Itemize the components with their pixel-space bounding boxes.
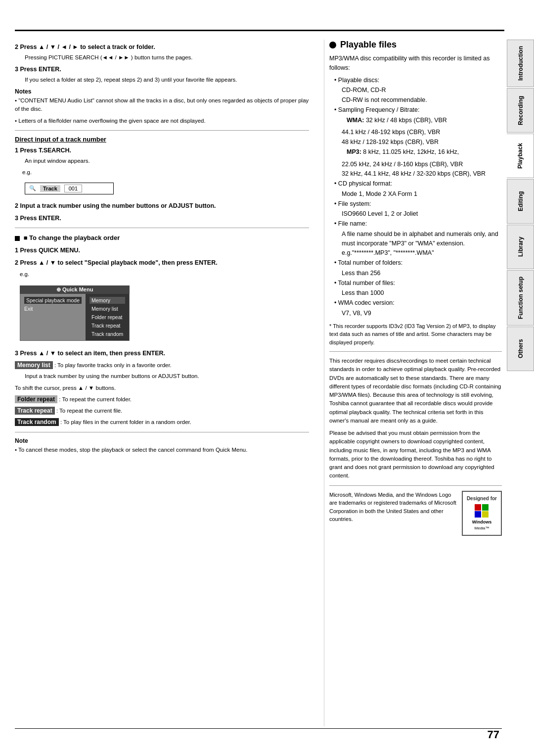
quick-menu-header: ⊕ Quick Menu xyxy=(20,285,130,294)
total-folders-label: • Total number of folders: xyxy=(334,258,502,268)
windows-text: Windows xyxy=(467,519,497,525)
qm-folder-repeat: Folder repeat xyxy=(89,314,125,321)
quick-menu-right: Memory Memory list Folder repeat Track r… xyxy=(86,294,129,340)
sidebar-tab-editing[interactable]: Editing xyxy=(507,179,534,224)
page-container: Introduction Recording Playback Editing … xyxy=(0,0,534,756)
info-para-2: Please be advised that you must obtain p… xyxy=(329,429,502,480)
mp3-label: MP3: 8 kHz, 11.025 kHz, 12kHz, 16 kHz, xyxy=(347,147,502,157)
wma-codec-label: • WMA codec version: xyxy=(334,298,502,308)
playable-files-title: Playable files xyxy=(340,40,397,50)
total-folders-val: Less than 256 xyxy=(342,269,502,278)
direct-step2-heading: 2 Input a track number using the number … xyxy=(15,201,309,211)
main-content: 2 Press ▲ / ▼ / ◄ / ► to select a track … xyxy=(15,40,502,726)
direct-input-heading: Direct input of a track number xyxy=(15,136,309,143)
divider-1 xyxy=(15,130,309,131)
qm-track-random: Track random xyxy=(89,331,125,337)
file-name-label: • File name: xyxy=(334,219,502,229)
divider-2 xyxy=(15,228,309,228)
right-sidebar: Introduction Recording Playback Editing … xyxy=(507,40,534,371)
bottom-info-text: Microsoft, Windows Media, and the Window… xyxy=(329,491,457,523)
memory-list-body: Input a track number by using the number… xyxy=(25,372,309,380)
bottom-note-title: Note xyxy=(15,437,309,444)
sidebar-tab-playback[interactable]: Playback xyxy=(507,134,534,178)
track-repeat-row: Track repeat : To repeat the current fil… xyxy=(15,406,309,415)
folder-repeat-label: Folder repeat xyxy=(15,395,57,403)
direct-step1-body: An input window appears. xyxy=(25,157,309,165)
bullet-circle-icon xyxy=(329,42,336,48)
sidebar-tab-others[interactable]: Others xyxy=(507,327,534,371)
sidebar-tab-introduction[interactable]: Introduction xyxy=(507,40,534,87)
change-step2: 2 Press ▲ / ▼ to select "Special playbac… xyxy=(15,258,309,268)
pf-footnote: * This recorder supports ID3v2 (ID3 Tag … xyxy=(329,322,502,347)
wma-item-3: 48 kHz / 128-192 kbps (CBR), VBR xyxy=(342,138,502,147)
playable-files-content: MP3/WMA disc compatibility with this rec… xyxy=(329,54,502,536)
qm-memory-list: Memory list xyxy=(89,305,125,312)
square-bullet-icon xyxy=(15,236,20,241)
track-input-box: 🔍 Track 001 xyxy=(25,183,114,194)
note-item-1: • "CONTENT MENU Audio List" cannot show … xyxy=(15,96,309,114)
sidebar-tab-recording[interactable]: Recording xyxy=(507,88,534,133)
cd-format-val: Mode 1, Mode 2 XA Form 1 xyxy=(342,189,502,199)
direct-step3-heading: 3 Press ENTER. xyxy=(15,214,309,223)
bottom-info-row: Microsoft, Windows Media, and the Window… xyxy=(329,491,502,536)
wma-label: WMA: 32 kHz / 48 kbps (CBR), VBR xyxy=(347,116,502,125)
divider-3 xyxy=(15,432,309,432)
windows-logo-box: Designed for Windows Media™ xyxy=(462,491,502,536)
shift-cursor: To shift the cursor, press ▲ / ▼ buttons… xyxy=(15,384,309,392)
qm-special-playback: Special playback mode xyxy=(24,297,82,304)
flag-yellow xyxy=(482,511,489,518)
track-number: 001 xyxy=(64,185,82,192)
step3-heading: 3 Press ENTER. xyxy=(15,65,309,74)
eg1-label: e.g. xyxy=(22,168,309,176)
disc-2: CD-RW is not recommendable. xyxy=(342,95,502,105)
cd-format-label: • CD physical format: xyxy=(334,179,502,189)
file-system-label: • File system: xyxy=(334,199,502,209)
mp3-item-3: 32 kHz, 44.1 kHz, 48 kHz / 32-320 kbps (… xyxy=(342,169,502,179)
quick-menu-box: ⊕ Quick Menu Special playback mode Exit … xyxy=(20,285,130,341)
change-playback-heading: ■ To change the playback order xyxy=(15,233,309,243)
total-files-label: • Total number of files: xyxy=(334,279,502,288)
disc-1: CD-ROM, CD-R xyxy=(342,86,502,95)
file-name-body2: e.g."********.MP3", "********.WMA" xyxy=(342,248,502,258)
qm-exit: Exit xyxy=(24,305,82,312)
wma-item-2: 44.1 kHz / 48-192 kbps (CBR), VBR xyxy=(342,128,502,137)
eg2-label: e.g. xyxy=(20,270,309,278)
divider-right-2 xyxy=(329,485,502,486)
flag-red xyxy=(475,504,481,511)
designed-for-text: Designed for xyxy=(467,495,497,503)
track-random-label: Track random xyxy=(15,418,59,426)
sidebar-tab-library[interactable]: Library xyxy=(507,225,534,269)
direct-step1-heading: 1 Press T.SEARCH. xyxy=(15,146,309,155)
info-para-1: This recorder requires discs/recordings … xyxy=(329,357,502,425)
page-number: 77 xyxy=(488,728,499,741)
track-random-row: Track random : To play files in the curr… xyxy=(15,418,309,426)
step3-body: If you select a folder at step 2), repea… xyxy=(25,76,309,84)
notes-title: Notes xyxy=(15,88,309,95)
windows-flag-icon xyxy=(475,504,489,518)
bottom-note-body: • To cancel these modes, stop the playba… xyxy=(15,446,309,454)
change-step1: 1 Press QUICK MENU. xyxy=(15,246,309,255)
flag-blue xyxy=(475,511,481,518)
pf-intro: MP3/WMA disc compatibility with this rec… xyxy=(329,54,502,73)
memory-list-label: Memory list xyxy=(15,361,53,369)
divider-right-1 xyxy=(329,351,502,352)
notes-box: Notes • "CONTENT MENU Audio List" cannot… xyxy=(15,88,309,125)
wma-codec-val: V7, V8, V9 xyxy=(342,309,502,318)
right-column: Playable files MP3/WMA disc compatibilit… xyxy=(324,40,502,726)
media-text: Media™ xyxy=(467,525,497,532)
file-system-val: ISO9660 Level 1, 2 or Joliet xyxy=(342,209,502,219)
memory-list-row: Memory list : To play favorite tracks on… xyxy=(15,361,309,370)
step2-heading: 2 Press ▲ / ▼ / ◄ / ► to select a track … xyxy=(15,43,309,52)
sidebar-tab-function-setup[interactable]: Function setup xyxy=(507,270,534,326)
sampling-label: • Sampling Frequency / Bitrate: xyxy=(334,105,502,115)
quick-menu-left: Special playback mode Exit xyxy=(20,294,86,340)
folder-repeat-row: Folder repeat : To repeat the current fo… xyxy=(15,395,309,404)
note-item-2: • Letters of a file/folder name overflow… xyxy=(15,117,309,125)
playable-discs-label: • Playable discs: xyxy=(334,76,502,85)
bottom-note-box: Note • To cancel these modes, stop the p… xyxy=(15,437,309,454)
file-name-body1: A file name should be in alphabet and nu… xyxy=(342,230,502,248)
total-files-val: Less than 1000 xyxy=(342,288,502,298)
step2-body: Pressing PICTURE SEARCH (◄◄ / ►► ) butto… xyxy=(25,53,309,62)
bottom-line xyxy=(15,728,502,729)
flag-green xyxy=(482,504,489,511)
